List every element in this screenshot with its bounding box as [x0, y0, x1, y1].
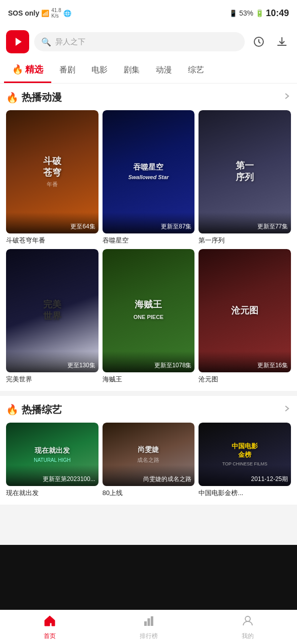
bottom-nav-ranking[interactable]: 排行榜: [99, 614, 198, 640]
variety-section: 🔥 热播综艺 现在就出发 NATURAL HIGH 更新至第2023100...: [0, 396, 297, 505]
nav-tabs: 🔥 精选 番剧 电影 剧集 动漫 综艺: [0, 57, 297, 84]
variety-title-3: 中国电影金榜...: [199, 489, 291, 498]
ranking-label: 排行榜: [140, 632, 158, 640]
tab-dongman[interactable]: 动漫: [148, 59, 180, 82]
variety-title-1: 现在就出发: [6, 489, 98, 498]
wifi-icon: 🌐: [63, 10, 71, 17]
anime-more-button[interactable]: [283, 92, 291, 103]
variety-card-1[interactable]: 现在就出发 NATURAL HIGH 更新至第2023100... 现在就出发: [6, 423, 98, 498]
tab-icon: 🔥: [12, 64, 23, 75]
app-header: 🔍 异人之下: [0, 26, 297, 57]
battery-label: 53%: [239, 9, 253, 17]
svg-rect-3: [147, 618, 150, 626]
svg-rect-4: [151, 616, 153, 626]
history-button[interactable]: [250, 33, 268, 51]
anime-badge-2: 更新至87集: [103, 212, 195, 233]
bottom-nav-home[interactable]: 首页: [0, 614, 99, 640]
anime-card-4[interactable]: 完美世界 更至130集 完美世界: [6, 249, 98, 384]
anime-title-1: 斗破苍穹年番: [6, 236, 98, 245]
speed-label: 41.8K/s: [51, 8, 61, 19]
anime-title-3: 第一序列: [199, 236, 291, 245]
sos-label: SOS only: [8, 9, 39, 17]
search-text: 异人之下: [55, 37, 85, 47]
bottom-nav-mine[interactable]: 我的: [198, 614, 297, 640]
anime-title-icon: 🔥: [6, 92, 19, 104]
tab-fanju[interactable]: 番剧: [51, 59, 83, 82]
variety-section-header: 🔥 热播综艺: [6, 403, 291, 417]
variety-grid: 现在就出发 NATURAL HIGH 更新至第2023100... 现在就出发 …: [6, 423, 291, 498]
status-right: 📱 53% 🔋 10:49: [229, 8, 289, 19]
anime-section-header: 🔥 热播动漫: [6, 91, 291, 104]
anime-badge-4: 更至130集: [6, 351, 98, 372]
anime-grid: 斗破苍穹 年番 更至64集 斗破苍穹年番 吞噬星空Swallowed Star …: [6, 110, 291, 384]
phone-icon: 📱: [229, 10, 237, 17]
signal-icon: 📶: [41, 10, 49, 17]
variety-more-button[interactable]: [283, 405, 291, 415]
anime-section-title: 🔥 热播动漫: [6, 91, 62, 104]
tab-zongyi[interactable]: 综艺: [180, 59, 212, 82]
time-label: 10:49: [266, 8, 289, 19]
status-left: SOS only 📶 41.8K/s 🌐: [8, 8, 71, 19]
bottom-nav: 首页 排行榜 我的: [0, 610, 297, 644]
anime-badge-3: 更新至77集: [199, 212, 291, 233]
battery-icon: 🔋: [255, 9, 264, 17]
anime-title-2: 吞噬星空: [103, 236, 195, 245]
anime-title-4: 完美世界: [6, 375, 98, 384]
variety-card-2[interactable]: 尚雯婕 成名之路 尚雯婕的成名之路 80上线: [103, 423, 195, 498]
tab-dianying[interactable]: 电影: [83, 59, 116, 82]
anime-card-5[interactable]: 海贼王ONE PIECE 更新至1078集 海贼王: [103, 249, 195, 384]
anime-card-1[interactable]: 斗破苍穹 年番 更至64集 斗破苍穹年番: [6, 110, 98, 245]
mine-icon: [241, 614, 254, 630]
variety-section-title: 🔥 热播综艺: [6, 403, 62, 417]
home-label: 首页: [44, 632, 56, 640]
anime-badge-1: 更至64集: [6, 212, 98, 233]
tab-juji[interactable]: 剧集: [116, 59, 148, 82]
svg-rect-2: [144, 621, 147, 626]
anime-title-5: 海贼王: [103, 375, 195, 384]
variety-badge-1: 更新至第2023100...: [6, 465, 98, 486]
ranking-icon: [142, 614, 155, 630]
anime-section: 🔥 热播动漫 斗破苍穹 年番 更至64集 斗破苍穹年番: [0, 84, 297, 391]
mine-label: 我的: [242, 632, 254, 640]
variety-badge-2: 尚雯婕的成名之路: [103, 465, 195, 486]
search-icon: 🔍: [41, 37, 51, 47]
svg-marker-0: [16, 38, 22, 46]
anime-badge-5: 更新至1078集: [103, 351, 195, 372]
main-content: 🔥 热播动漫 斗破苍穹 年番 更至64集 斗破苍穹年番: [0, 84, 297, 545]
download-button[interactable]: [273, 33, 291, 51]
anime-card-2[interactable]: 吞噬星空Swallowed Star 更新至87集 吞噬星空: [103, 110, 195, 245]
variety-card-3[interactable]: 中国电影金榜 TOP CHINESE FILMS 2011-12-25期 中国电…: [199, 423, 291, 498]
svg-point-5: [245, 616, 250, 621]
anime-badge-6: 更新至16集: [199, 351, 291, 372]
home-icon: [43, 614, 56, 630]
app-logo: [6, 30, 29, 53]
anime-card-6[interactable]: 沧元图 更新至16集 沧元图: [199, 249, 291, 384]
anime-card-3[interactable]: 第一序列 更新至77集 第一序列: [199, 110, 291, 245]
status-bar: SOS only 📶 41.8K/s 🌐 📱 53% 🔋 10:49: [0, 0, 297, 26]
search-bar[interactable]: 🔍 异人之下: [34, 32, 245, 51]
tab-jingxuan[interactable]: 🔥 精选: [4, 57, 51, 83]
variety-badge-3: 2011-12-25期: [199, 465, 291, 486]
variety-title-icon: 🔥: [6, 404, 19, 416]
anime-title-6: 沧元图: [199, 375, 291, 384]
variety-title-2: 80上线: [103, 489, 195, 498]
